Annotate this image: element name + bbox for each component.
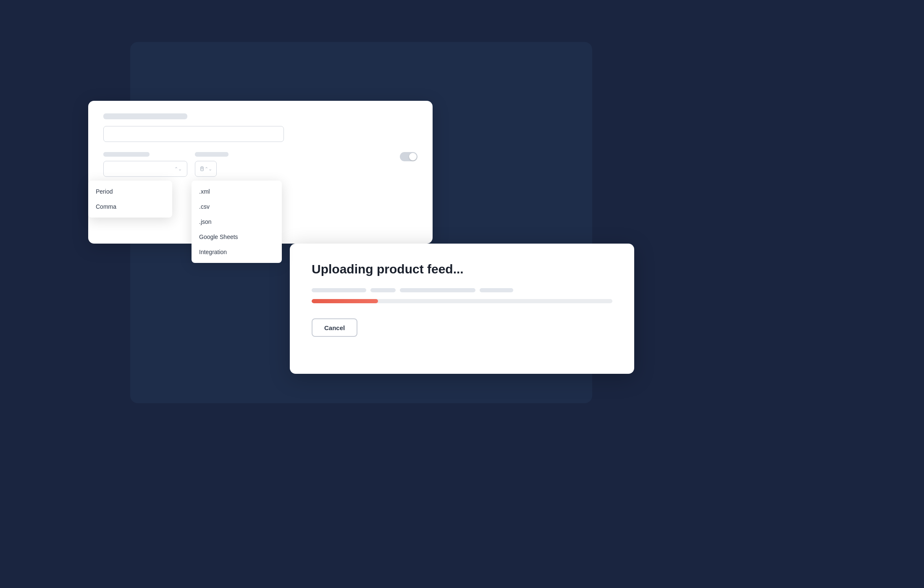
- chevron-down-icon: ⌃⌄: [174, 166, 182, 172]
- skeleton-3: [400, 288, 475, 292]
- format-icon-select[interactable]: ⌃⌄: [195, 161, 217, 177]
- dropdown-item-json[interactable]: .json: [192, 214, 282, 229]
- skeleton-4: [480, 288, 513, 292]
- chevron-down-icon-2: ⌃⌄: [205, 166, 212, 172]
- upload-card: Uploading product feed... Cancel: [290, 244, 634, 374]
- format-dropdown: .xml .csv .json Google Sheets Integratio…: [192, 181, 282, 263]
- main-input[interactable]: [103, 126, 284, 142]
- progress-track: [312, 299, 612, 303]
- svg-rect-1: [201, 167, 203, 168]
- toggle-knob: [409, 153, 417, 160]
- upload-title: Uploading product feed...: [312, 262, 612, 276]
- dropdown-item-google-sheets[interactable]: Google Sheets: [192, 229, 282, 244]
- left-field-label: [103, 152, 150, 157]
- skeleton-1: [312, 288, 366, 292]
- cancel-button[interactable]: Cancel: [312, 318, 357, 337]
- dropdown-item-integration[interactable]: Integration: [192, 244, 282, 260]
- dropdown-item-comma[interactable]: Comma: [88, 199, 172, 214]
- right-field-label: [195, 152, 228, 157]
- delimiter-select[interactable]: ⌃⌄: [103, 161, 187, 177]
- progress-skeleton-lines: [312, 288, 612, 292]
- dropdown-item-csv[interactable]: .csv: [192, 199, 282, 214]
- dropdown-item-xml[interactable]: .xml: [192, 184, 282, 199]
- skeleton-2: [370, 288, 396, 292]
- clipboard-icon: [200, 165, 205, 173]
- dropdown-item-period[interactable]: Period: [88, 184, 172, 199]
- form-title-skeleton: [103, 113, 187, 119]
- delimiter-dropdown: Period Comma: [88, 181, 172, 218]
- progress-fill: [312, 299, 378, 303]
- toggle-switch[interactable]: [400, 152, 417, 161]
